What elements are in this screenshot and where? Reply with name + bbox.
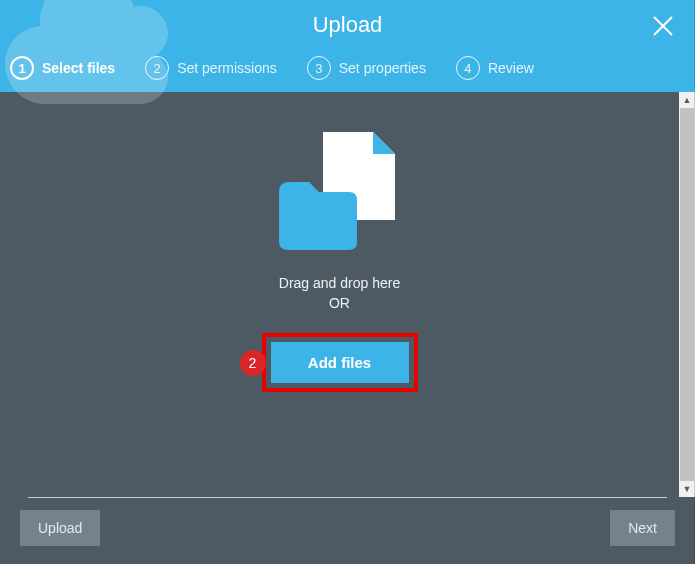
step-review[interactable]: 4 Review <box>456 56 534 80</box>
dialog-footer: Upload Next <box>0 498 695 564</box>
dropzone-line1: Drag and drop here <box>279 274 400 294</box>
wizard-steps: 1 Select files 2 Set permissions 3 Set p… <box>0 50 695 92</box>
scroll-down-arrow-icon[interactable]: ▼ <box>679 481 695 497</box>
close-icon <box>651 14 675 38</box>
upload-button[interactable]: Upload <box>20 510 100 546</box>
scroll-up-arrow-icon[interactable]: ▲ <box>679 92 695 108</box>
step-label: Set permissions <box>177 60 277 76</box>
step-label: Select files <box>42 60 115 76</box>
step-set-properties[interactable]: 3 Set properties <box>307 56 426 80</box>
step-set-permissions[interactable]: 2 Set permissions <box>145 56 277 80</box>
scroll-thumb[interactable] <box>680 108 694 481</box>
close-button[interactable] <box>651 14 675 42</box>
dropzone-area[interactable]: Drag and drop here OR 2 Add files <box>0 92 679 497</box>
dialog-header: Upload 1 Select files 2 Set permissions … <box>0 0 695 92</box>
step-number: 2 <box>145 56 169 80</box>
folder-file-icon <box>275 132 405 252</box>
dropzone-text: Drag and drop here OR <box>279 274 400 313</box>
add-files-button[interactable]: Add files <box>271 342 409 383</box>
step-number: 1 <box>10 56 34 80</box>
upload-dialog: Upload 1 Select files 2 Set permissions … <box>0 0 695 564</box>
annotation-highlight: Add files <box>262 333 418 392</box>
dialog-body: Drag and drop here OR 2 Add files ▲ ▼ <box>0 92 695 497</box>
vertical-scrollbar[interactable]: ▲ ▼ <box>679 92 695 497</box>
dialog-title: Upload <box>0 6 695 50</box>
annotation-badge: 2 <box>240 350 266 376</box>
step-label: Review <box>488 60 534 76</box>
step-select-files[interactable]: 1 Select files <box>10 56 115 80</box>
add-files-wrapper: 2 Add files <box>262 333 418 392</box>
step-number: 4 <box>456 56 480 80</box>
dropzone-line2: OR <box>279 294 400 314</box>
next-button[interactable]: Next <box>610 510 675 546</box>
step-label: Set properties <box>339 60 426 76</box>
step-number: 3 <box>307 56 331 80</box>
